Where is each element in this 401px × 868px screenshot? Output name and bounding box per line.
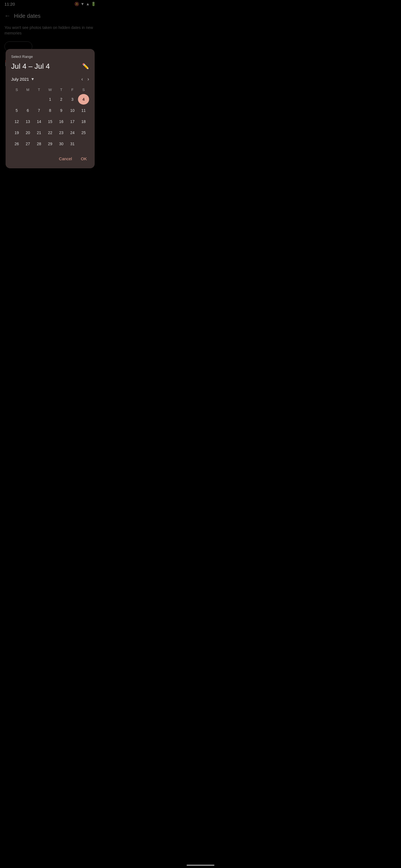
dialog-actions: Cancel OK xyxy=(11,155,89,163)
cancel-button[interactable]: Cancel xyxy=(57,155,74,163)
day-24[interactable]: 24 xyxy=(67,127,78,138)
ok-button[interactable]: OK xyxy=(79,155,89,163)
day-6[interactable]: 6 xyxy=(22,105,33,116)
weekday-wed: W xyxy=(45,87,56,93)
dialog-header-label: Select Range xyxy=(11,55,89,59)
day-19[interactable]: 19 xyxy=(11,127,22,138)
day-31[interactable]: 31 xyxy=(67,138,78,149)
selected-date-range: Jul 4 – Jul 4 xyxy=(11,62,50,71)
day-2[interactable]: 2 xyxy=(56,94,67,104)
day-23[interactable]: 23 xyxy=(56,127,67,138)
dropdown-arrow-icon: ▼ xyxy=(31,77,34,81)
month-year-dropdown[interactable]: July 2021 ▼ xyxy=(11,77,34,82)
day-8[interactable]: 8 xyxy=(45,105,56,116)
day-15[interactable]: 15 xyxy=(45,116,56,127)
day-7[interactable]: 7 xyxy=(33,105,45,116)
empty-day xyxy=(22,94,33,104)
day-9[interactable]: 9 xyxy=(56,105,67,116)
day-4[interactable]: 4 xyxy=(78,94,89,104)
day-22[interactable]: 22 xyxy=(45,127,56,138)
day-18[interactable]: 18 xyxy=(78,116,89,127)
edit-icon[interactable]: ✏️ xyxy=(82,63,89,69)
day-5[interactable]: 5 xyxy=(11,105,22,116)
day-1[interactable]: 1 xyxy=(45,94,56,104)
weekday-fri: F xyxy=(67,87,78,93)
day-27[interactable]: 27 xyxy=(22,138,33,149)
next-month-button[interactable]: › xyxy=(87,76,89,82)
empty-day xyxy=(11,94,22,104)
empty-day xyxy=(33,94,45,104)
weekday-sun: S xyxy=(11,87,22,93)
calendar-weekdays: S M T W T F S xyxy=(11,87,89,93)
dialog-date-row: Jul 4 – Jul 4 ✏️ xyxy=(11,62,89,71)
dialog-overlay: ✕ Select Range Jul 4 – Jul 4 ✏️ July 202… xyxy=(0,0,100,217)
day-16[interactable]: 16 xyxy=(56,116,67,127)
day-10[interactable]: 10 xyxy=(67,105,78,116)
day-28[interactable]: 28 xyxy=(33,138,45,149)
day-11[interactable]: 11 xyxy=(78,105,89,116)
day-14[interactable]: 14 xyxy=(33,116,45,127)
day-13[interactable]: 13 xyxy=(22,116,33,127)
day-26[interactable]: 26 xyxy=(11,138,22,149)
day-17[interactable]: 17 xyxy=(67,116,78,127)
day-12[interactable]: 12 xyxy=(11,116,22,127)
day-30[interactable]: 30 xyxy=(56,138,67,149)
weekday-sat: S xyxy=(78,87,89,93)
weekday-tue: T xyxy=(33,87,45,93)
date-range-dialog: ✕ Select Range Jul 4 – Jul 4 ✏️ July 202… xyxy=(6,49,95,168)
day-3[interactable]: 3 xyxy=(67,94,78,104)
month-year-label: July 2021 xyxy=(11,77,29,82)
day-20[interactable]: 20 xyxy=(22,127,33,138)
prev-month-button[interactable]: ‹ xyxy=(81,76,83,82)
month-navigation: July 2021 ▼ ‹ › xyxy=(11,76,89,82)
day-21[interactable]: 21 xyxy=(33,127,45,138)
weekday-mon: M xyxy=(22,87,33,93)
calendar-nav-arrows: ‹ › xyxy=(81,76,89,82)
calendar-grid: S M T W T F S 12345678910111213141516171… xyxy=(11,87,89,149)
day-29[interactable]: 29 xyxy=(45,138,56,149)
day-25[interactable]: 25 xyxy=(78,127,89,138)
calendar-days: 1234567891011121314151617181920212223242… xyxy=(11,94,89,149)
weekday-thu: T xyxy=(56,87,67,93)
